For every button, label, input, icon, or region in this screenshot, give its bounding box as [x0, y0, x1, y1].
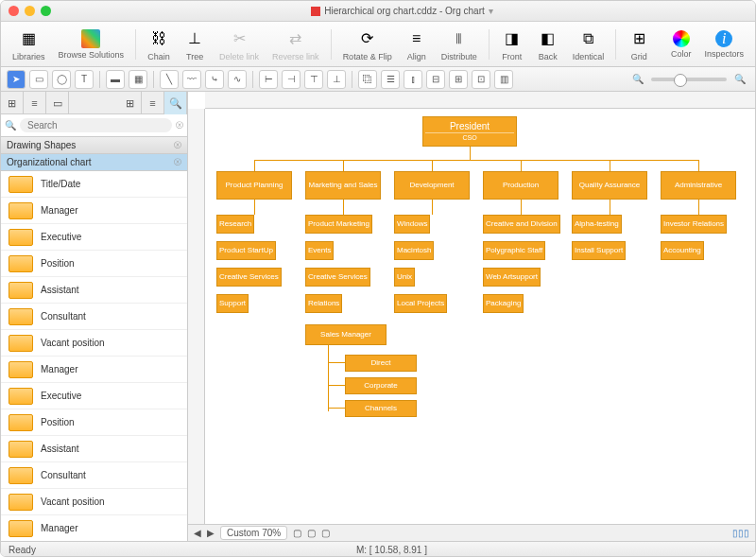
- shape-item[interactable]: Position: [1, 409, 187, 436]
- close-cat-icon[interactable]: ⓧ: [174, 157, 181, 167]
- layout-3[interactable]: ⫿: [404, 70, 422, 89]
- shape-item[interactable]: Vacant position: [1, 330, 187, 357]
- line-tool[interactable]: ╲: [160, 70, 179, 89]
- sidebar-tab-3[interactable]: ▭: [46, 92, 69, 114]
- browse-solutions-button[interactable]: Browse Solutions: [55, 29, 129, 60]
- scroll-right-icon[interactable]: ▶: [207, 528, 215, 538]
- org-node[interactable]: Research: [216, 215, 254, 234]
- tree-button[interactable]: ⊥Tree: [180, 27, 210, 61]
- page-nav-3[interactable]: ▢: [321, 528, 330, 538]
- grid-button[interactable]: ⊞Grid: [624, 27, 654, 61]
- category-drawing-shapes[interactable]: Drawing Shapesⓧ: [1, 137, 187, 154]
- org-node[interactable]: Administrative: [661, 171, 736, 200]
- org-node[interactable]: Web Artsupport: [483, 268, 541, 287]
- rotate-flip-button[interactable]: ⟳Rotate & Flip: [339, 27, 396, 61]
- sidebar-tab-list[interactable]: ≡: [142, 92, 164, 114]
- org-node[interactable]: Events: [305, 241, 334, 260]
- org-node[interactable]: Product Marketing: [305, 215, 372, 234]
- clear-search-icon[interactable]: ⓧ: [176, 120, 183, 131]
- org-node[interactable]: Install Support: [572, 241, 626, 260]
- org-node[interactable]: Windows: [394, 215, 430, 234]
- org-node[interactable]: Unix: [394, 268, 415, 287]
- arc-tool[interactable]: 〰: [182, 70, 201, 89]
- spline-tool[interactable]: ∿: [228, 70, 247, 89]
- scroll-left-icon[interactable]: ◀: [194, 528, 201, 538]
- org-node[interactable]: Product Planning: [216, 171, 292, 200]
- delete-link-button[interactable]: ✂Delete link: [215, 27, 263, 61]
- libraries-button[interactable]: ▦Libraries: [9, 27, 49, 61]
- shape-tool[interactable]: ▭: [29, 70, 48, 89]
- pointer-tool[interactable]: ➤: [7, 70, 26, 89]
- shape-item[interactable]: Executive: [1, 383, 187, 409]
- org-node[interactable]: Production: [483, 171, 558, 200]
- chain-button[interactable]: ⛓Chain: [144, 27, 174, 61]
- distribute-button[interactable]: ⦀Distribute: [438, 27, 481, 61]
- org-node[interactable]: Support: [216, 294, 249, 313]
- shape-item[interactable]: Position: [1, 251, 187, 277]
- org-node[interactable]: Relations: [305, 294, 342, 313]
- category-org-chart[interactable]: Organizational chartⓧ: [1, 154, 187, 171]
- shape-item[interactable]: Assistant: [1, 436, 187, 462]
- page-indicator[interactable]: ▯▯▯: [732, 528, 749, 538]
- shape-item[interactable]: Manager: [1, 357, 187, 383]
- minimize-window[interactable]: [25, 6, 35, 16]
- layout-5[interactable]: ⊞: [449, 70, 468, 89]
- org-node[interactable]: Channels: [345, 400, 417, 417]
- org-node[interactable]: Corporate: [345, 377, 417, 394]
- shape-item[interactable]: Title/Date: [1, 171, 187, 198]
- shape-item[interactable]: Assistant: [1, 277, 187, 304]
- close-cat-icon[interactable]: ⓧ: [174, 140, 181, 150]
- smart-connector-3[interactable]: ⊤: [304, 70, 323, 89]
- connector-tool[interactable]: ⤷: [205, 70, 224, 89]
- align-button[interactable]: ≡Align: [402, 27, 432, 61]
- shape-item[interactable]: Manager: [1, 198, 187, 224]
- note-tool[interactable]: ▦: [129, 70, 147, 89]
- zoom-in-icon[interactable]: 🔍: [730, 70, 749, 89]
- org-node[interactable]: Investor Relations: [661, 215, 727, 234]
- close-window[interactable]: [9, 6, 19, 16]
- maximize-window[interactable]: [41, 6, 51, 16]
- library-search-input[interactable]: [20, 118, 172, 132]
- layout-4[interactable]: ⊟: [426, 70, 445, 89]
- color-button[interactable]: Color: [667, 30, 696, 59]
- org-node[interactable]: Marketing and Sales: [305, 171, 381, 200]
- page-nav-2[interactable]: ▢: [307, 528, 316, 538]
- layout-1[interactable]: ⿻: [358, 70, 377, 89]
- org-node[interactable]: Creative Services: [305, 268, 370, 287]
- sidebar-tab-grid[interactable]: ⊞: [119, 92, 142, 114]
- reverse-link-button[interactable]: ⇄Reverse link: [268, 27, 323, 61]
- org-node[interactable]: Quality Assurance: [572, 171, 647, 200]
- smart-connector-1[interactable]: ⊢: [259, 70, 278, 89]
- org-node[interactable]: Macintosh: [394, 241, 434, 260]
- ellipse-tool[interactable]: ◯: [52, 70, 71, 89]
- back-button[interactable]: ◧Back: [533, 27, 563, 61]
- zoom-out-icon[interactable]: 🔍: [628, 70, 647, 89]
- sidebar-tab-search[interactable]: 🔍: [164, 92, 187, 114]
- shape-item[interactable]: Consultant: [1, 304, 187, 330]
- shape-item[interactable]: Manager: [1, 515, 187, 541]
- front-button[interactable]: ◨Front: [497, 27, 527, 61]
- org-node[interactable]: Creative Services: [216, 268, 282, 287]
- org-node[interactable]: Direct: [345, 355, 417, 372]
- layout-2[interactable]: ☰: [381, 70, 400, 89]
- identical-button[interactable]: ⧉Identical: [569, 27, 609, 61]
- org-node[interactable]: Sales Manager: [305, 324, 387, 345]
- org-node[interactable]: PresidentCSO: [422, 116, 517, 147]
- zoom-selector[interactable]: Custom 70%: [220, 526, 287, 540]
- org-node[interactable]: Accounting: [661, 241, 704, 260]
- text-tool[interactable]: T: [75, 70, 94, 89]
- shape-item[interactable]: Consultant: [1, 462, 187, 489]
- org-node[interactable]: Product StartUp: [216, 241, 276, 260]
- layout-6[interactable]: ⊡: [472, 70, 490, 89]
- zoom-slider[interactable]: [651, 78, 727, 81]
- smart-connector-4[interactable]: ⊥: [327, 70, 346, 89]
- shape-list[interactable]: Title/DateManagerExecutivePositionAssist…: [1, 171, 187, 541]
- org-node[interactable]: Creative and Division: [483, 215, 560, 234]
- shape-item[interactable]: Vacant position: [1, 489, 187, 515]
- org-node[interactable]: Local Projects: [394, 294, 447, 313]
- inspectors-button[interactable]: iInspectors: [700, 30, 747, 59]
- org-node[interactable]: Development: [394, 171, 470, 200]
- shape-item[interactable]: Executive: [1, 224, 187, 251]
- org-node[interactable]: Packaging: [483, 294, 524, 313]
- org-node[interactable]: Polygraphic Staff: [483, 241, 545, 260]
